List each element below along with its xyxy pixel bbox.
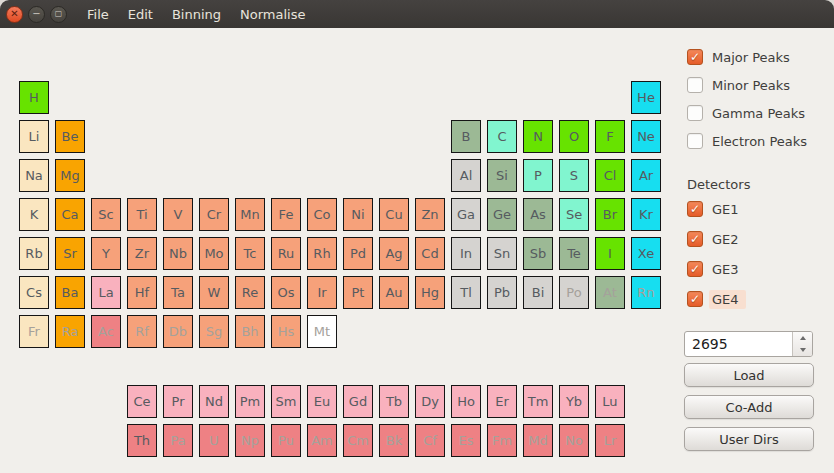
checkbox-electron-peaks[interactable]: Electron Peaks: [687, 127, 807, 155]
run-number-input[interactable]: [685, 332, 792, 356]
element-Mn[interactable]: Mn: [235, 198, 265, 231]
element-Os[interactable]: Os: [271, 276, 301, 309]
element-Tm[interactable]: Tm: [523, 385, 553, 418]
element-Ne[interactable]: Ne: [631, 120, 661, 153]
element-Tc[interactable]: Tc: [235, 237, 265, 270]
element-As[interactable]: As: [523, 198, 553, 231]
element-I[interactable]: I: [595, 237, 625, 270]
element-Fm[interactable]: Fm: [487, 424, 517, 457]
checked-checkbox-icon[interactable]: ✓: [687, 201, 703, 217]
element-Fe[interactable]: Fe: [271, 198, 301, 231]
element-Th[interactable]: Th: [127, 424, 157, 457]
element-F[interactable]: F: [595, 120, 625, 153]
element-Ra[interactable]: Ra: [55, 315, 85, 348]
element-Be[interactable]: Be: [55, 120, 85, 153]
element-In[interactable]: In: [451, 237, 481, 270]
checkbox-major-peaks[interactable]: ✓Major Peaks: [687, 43, 807, 71]
checkbox-ge2[interactable]: ✓GE2: [687, 224, 746, 254]
element-Au[interactable]: Au: [379, 276, 409, 309]
element-Gd[interactable]: Gd: [343, 385, 373, 418]
element-Es[interactable]: Es: [451, 424, 481, 457]
unchecked-checkbox-icon[interactable]: [687, 105, 703, 121]
element-B[interactable]: B: [451, 120, 481, 153]
element-Ti[interactable]: Ti: [127, 198, 157, 231]
element-Kr[interactable]: Kr: [631, 198, 661, 231]
element-At[interactable]: At: [595, 276, 625, 309]
element-Rn[interactable]: Rn: [631, 276, 661, 309]
element-Mg[interactable]: Mg: [55, 159, 85, 192]
checkbox-ge4[interactable]: ✓GE4: [687, 284, 746, 314]
element-Bk[interactable]: Bk: [379, 424, 409, 457]
element-Rh[interactable]: Rh: [307, 237, 337, 270]
element-Ac[interactable]: Ac: [91, 315, 121, 348]
element-Ba[interactable]: Ba: [55, 276, 85, 309]
element-Np[interactable]: Np: [235, 424, 265, 457]
element-W[interactable]: W: [199, 276, 229, 309]
element-Eu[interactable]: Eu: [307, 385, 337, 418]
element-Dy[interactable]: Dy: [415, 385, 445, 418]
element-Se[interactable]: Se: [559, 198, 589, 231]
element-K[interactable]: K: [19, 198, 49, 231]
load-button[interactable]: Load: [684, 363, 814, 387]
element-Sb[interactable]: Sb: [523, 237, 553, 270]
element-Lr[interactable]: Lr: [595, 424, 625, 457]
element-Pb[interactable]: Pb: [487, 276, 517, 309]
unchecked-checkbox-icon[interactable]: [687, 133, 703, 149]
element-Sn[interactable]: Sn: [487, 237, 517, 270]
element-Zn[interactable]: Zn: [415, 198, 445, 231]
checkbox-minor-peaks[interactable]: Minor Peaks: [687, 71, 807, 99]
element-H[interactable]: H: [19, 81, 49, 114]
element-Cm[interactable]: Cm: [343, 424, 373, 457]
unchecked-checkbox-icon[interactable]: [687, 77, 703, 93]
element-Nb[interactable]: Nb: [163, 237, 193, 270]
checkbox-gamma-peaks[interactable]: Gamma Peaks: [687, 99, 807, 127]
element-N[interactable]: N: [523, 120, 553, 153]
element-Ce[interactable]: Ce: [127, 385, 157, 418]
element-Ho[interactable]: Ho: [451, 385, 481, 418]
element-La[interactable]: La: [91, 276, 121, 309]
element-Li[interactable]: Li: [19, 120, 49, 153]
element-Ar[interactable]: Ar: [631, 159, 661, 192]
element-Hs[interactable]: Hs: [271, 315, 301, 348]
element-Pa[interactable]: Pa: [163, 424, 193, 457]
element-U[interactable]: U: [199, 424, 229, 457]
element-Sg[interactable]: Sg: [199, 315, 229, 348]
spin-up-button[interactable]: [793, 332, 812, 344]
element-Cl[interactable]: Cl: [595, 159, 625, 192]
checked-checkbox-icon[interactable]: ✓: [687, 291, 703, 307]
user-dirs-button[interactable]: User Dirs: [684, 427, 814, 451]
element-Hf[interactable]: Hf: [127, 276, 157, 309]
element-Md[interactable]: Md: [523, 424, 553, 457]
element-Ge[interactable]: Ge: [487, 198, 517, 231]
element-Pd[interactable]: Pd: [343, 237, 373, 270]
element-Ru[interactable]: Ru: [271, 237, 301, 270]
element-Pt[interactable]: Pt: [343, 276, 373, 309]
element-Sr[interactable]: Sr: [55, 237, 85, 270]
checked-checkbox-icon[interactable]: ✓: [687, 231, 703, 247]
checkbox-ge3[interactable]: ✓GE3: [687, 254, 746, 284]
checked-checkbox-icon[interactable]: ✓: [687, 261, 703, 277]
element-Fr[interactable]: Fr: [19, 315, 49, 348]
element-Ta[interactable]: Ta: [163, 276, 193, 309]
element-Cu[interactable]: Cu: [379, 198, 409, 231]
element-Ni[interactable]: Ni: [343, 198, 373, 231]
element-O[interactable]: O: [559, 120, 589, 153]
element-Po[interactable]: Po: [559, 276, 589, 309]
element-V[interactable]: V: [163, 198, 193, 231]
element-Zr[interactable]: Zr: [127, 237, 157, 270]
element-S[interactable]: S: [559, 159, 589, 192]
element-Ga[interactable]: Ga: [451, 198, 481, 231]
co-add-button[interactable]: Co-Add: [684, 395, 814, 419]
element-Cd[interactable]: Cd: [415, 237, 445, 270]
spin-down-button[interactable]: [793, 344, 812, 356]
element-Er[interactable]: Er: [487, 385, 517, 418]
element-Br[interactable]: Br: [595, 198, 625, 231]
element-Hg[interactable]: Hg: [415, 276, 445, 309]
element-Si[interactable]: Si: [487, 159, 517, 192]
element-C[interactable]: C: [487, 120, 517, 153]
element-Xe[interactable]: Xe: [631, 237, 661, 270]
element-Am[interactable]: Am: [307, 424, 337, 457]
element-Mo[interactable]: Mo: [199, 237, 229, 270]
element-Lu[interactable]: Lu: [595, 385, 625, 418]
element-P[interactable]: P: [523, 159, 553, 192]
